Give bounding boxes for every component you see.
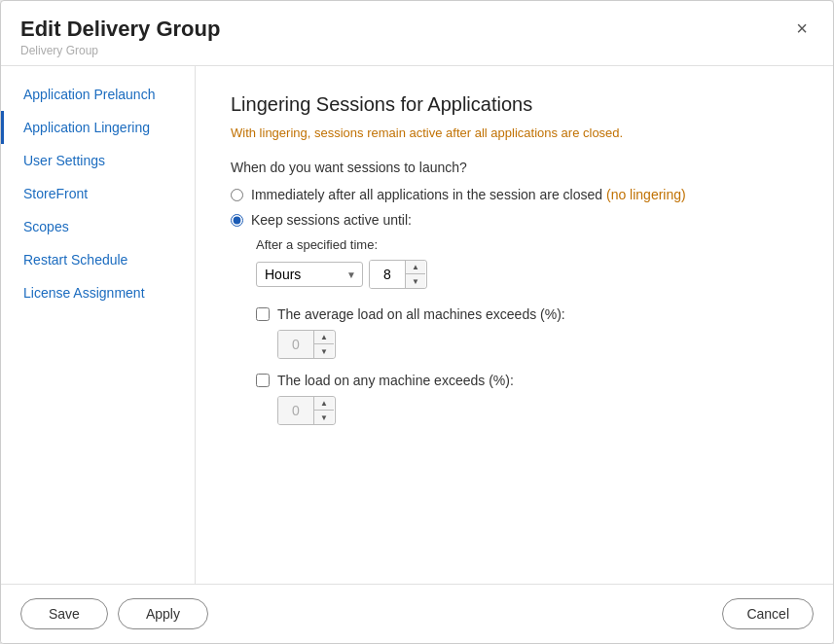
sidebar: Application Prelaunch Application Linger… [1, 66, 196, 584]
after-time-label: After a specified time: [256, 237, 798, 252]
any-load-input[interactable] [278, 397, 313, 424]
sidebar-item-scopes[interactable]: Scopes [1, 210, 195, 243]
sidebar-item-restart-schedule[interactable]: Restart Schedule [1, 243, 195, 276]
time-value-input[interactable] [370, 261, 405, 288]
any-load-spinner: ▲ ▼ [277, 396, 336, 425]
select-arrow-icon: ▼ [346, 269, 356, 280]
radio-keep-label: Keep sessions active until: [251, 212, 412, 228]
avg-load-label: The average load on all machines exceeds… [277, 306, 565, 322]
close-button[interactable]: × [790, 17, 814, 40]
sidebar-item-storefront[interactable]: StoreFront [1, 177, 195, 210]
avg-load-input[interactable] [278, 331, 313, 358]
section-title: Lingering Sessions for Applications [231, 93, 798, 116]
avg-load-spinner: ▲ ▼ [277, 330, 336, 359]
section-desc: With lingering, sessions remain active a… [231, 125, 798, 140]
apply-button[interactable]: Apply [118, 598, 208, 629]
avg-load-increment-button[interactable]: ▲ [314, 331, 334, 344]
avg-load-spinner-wrap: ▲ ▼ [277, 330, 798, 359]
any-load-decrement-button[interactable]: ▼ [314, 411, 334, 424]
dialog-body: Application Prelaunch Application Linger… [1, 66, 833, 584]
any-load-checkbox-row: The load on any machine exceeds (%): [256, 373, 798, 388]
time-row: Minutes Hours Days ▼ ▲ ▼ [256, 260, 798, 289]
session-question: When do you want sessions to launch? [231, 160, 798, 175]
time-spinner: ▲ ▼ [369, 260, 427, 289]
radio-immediately-suffix: (no lingering) [606, 187, 686, 202]
sidebar-item-app-prelaunch[interactable]: Application Prelaunch [1, 78, 195, 111]
radio-immediately-option: Immediately after all applications in th… [231, 187, 798, 202]
keep-options: After a specified time: Minutes Hours Da… [256, 237, 798, 425]
any-load-spinner-buttons: ▲ ▼ [313, 397, 334, 424]
header-text: Edit Delivery Group Delivery Group [20, 17, 220, 57]
avg-load-decrement-button[interactable]: ▼ [314, 344, 334, 358]
time-decrement-button[interactable]: ▼ [406, 274, 425, 288]
avg-load-spinner-buttons: ▲ ▼ [313, 331, 334, 358]
time-spinner-buttons: ▲ ▼ [405, 261, 425, 288]
edit-delivery-group-dialog: Edit Delivery Group Delivery Group × App… [0, 0, 834, 644]
any-load-checkbox[interactable] [256, 374, 270, 387]
time-increment-button[interactable]: ▲ [406, 261, 425, 274]
dialog-subtitle: Delivery Group [20, 44, 220, 57]
dialog-title: Edit Delivery Group [20, 17, 220, 42]
sidebar-item-app-lingering[interactable]: Application Lingering [1, 111, 195, 144]
footer-left-buttons: Save Apply [20, 598, 208, 629]
main-content: Lingering Sessions for Applications With… [196, 66, 833, 584]
sidebar-item-user-settings[interactable]: User Settings [1, 144, 195, 177]
sidebar-item-license-assignment[interactable]: License Assignment [1, 276, 195, 309]
cancel-button[interactable]: Cancel [722, 598, 814, 629]
hours-select-wrap: Minutes Hours Days ▼ [256, 262, 363, 287]
radio-keep-option: Keep sessions active until: [231, 212, 798, 228]
any-load-spinner-wrap: ▲ ▼ [277, 396, 798, 425]
hours-select[interactable]: Minutes Hours Days [265, 267, 347, 282]
dialog-header: Edit Delivery Group Delivery Group × [1, 1, 833, 66]
dialog-footer: Save Apply Cancel [1, 584, 833, 643]
radio-immediately[interactable] [231, 189, 243, 201]
avg-load-checkbox-row: The average load on all machines exceeds… [256, 306, 798, 322]
radio-immediately-label: Immediately after all applications in th… [251, 187, 686, 202]
any-load-label: The load on any machine exceeds (%): [277, 373, 514, 388]
radio-keep[interactable] [231, 214, 243, 227]
avg-load-checkbox[interactable] [256, 307, 270, 321]
save-button[interactable]: Save [20, 598, 108, 629]
any-load-increment-button[interactable]: ▲ [314, 397, 334, 411]
